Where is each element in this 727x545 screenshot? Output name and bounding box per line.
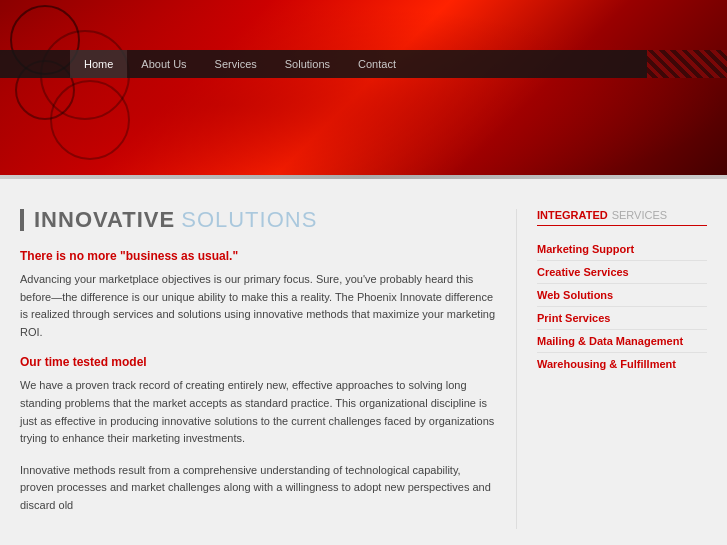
section-body-2: We have a proven track record of creatin… (20, 377, 496, 447)
page-title: INNOVATIVESOLUTIONS (20, 209, 496, 231)
sidebar-title-services: SERVICES (612, 209, 667, 221)
title-innovative: INNOVATIVE (34, 207, 175, 232)
section-body-3: Innovative methods result from a compreh… (20, 462, 496, 515)
section-body-1: Advancing your marketplace objectives is… (20, 271, 496, 341)
title-solutions: SOLUTIONS (181, 207, 317, 232)
section-heading-1: There is no more "business as usual." (20, 249, 496, 263)
nav-home[interactable]: Home (70, 50, 127, 78)
nav-stripe-decoration (647, 50, 727, 78)
section-heading-2: Our time tested model (20, 355, 496, 369)
nav-about[interactable]: About Us (127, 50, 200, 78)
sidebar-link-mailing-data[interactable]: Mailing & Data Management (537, 330, 707, 353)
sidebar-link-web-solutions[interactable]: Web Solutions (537, 284, 707, 307)
content-area: INNOVATIVESOLUTIONS There is no more "bu… (20, 209, 517, 529)
sidebar: INTEGRATEDSERVICES Marketing Support Cre… (537, 209, 707, 529)
sidebar-title: INTEGRATEDSERVICES (537, 209, 707, 226)
hero-banner: Home About Us Services Solutions Contact (0, 0, 727, 175)
sidebar-title-integrated: INTEGRATED (537, 209, 608, 221)
main-content: INNOVATIVESOLUTIONS There is no more "bu… (0, 179, 727, 545)
deco-circle-4 (50, 80, 130, 160)
sidebar-link-print-services[interactable]: Print Services (537, 307, 707, 330)
sidebar-link-marketing-support[interactable]: Marketing Support (537, 238, 707, 261)
sidebar-link-creative-services[interactable]: Creative Services (537, 261, 707, 284)
sidebar-link-warehousing[interactable]: Warehousing & Fulfillment (537, 353, 707, 375)
main-nav: Home About Us Services Solutions Contact (0, 50, 727, 78)
nav-solutions[interactable]: Solutions (271, 50, 344, 78)
nav-services[interactable]: Services (201, 50, 271, 78)
nav-contact[interactable]: Contact (344, 50, 410, 78)
hero-decorative (0, 0, 727, 175)
